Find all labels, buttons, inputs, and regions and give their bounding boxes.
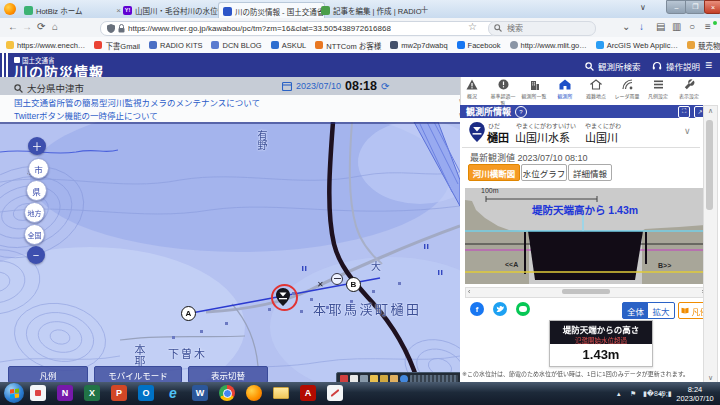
view-zoom-button[interactable]: 拡大 [647, 302, 675, 319]
back-icon[interactable]: ← [8, 21, 18, 32]
taskbar-powerpoint[interactable]: P [111, 385, 127, 401]
download-icon[interactable]: ↓ [639, 21, 644, 32]
tab-yahoo-water-level[interactable]: Y! 山国川・毛谷村川の水位情報 × [119, 2, 224, 18]
search-input[interactable] [505, 23, 579, 34]
tray-volume-icon[interactable]: ◂) [658, 390, 664, 398]
taskbar-onenote[interactable]: N [57, 385, 73, 401]
line-share-button[interactable] [516, 302, 530, 316]
map-zoom-in-button[interactable]: ＋ [28, 137, 46, 155]
panel-scroll-up-arrow[interactable]: ∧ [704, 107, 717, 115]
home-icon[interactable]: ⌂ [52, 21, 58, 32]
bookmark-facebook[interactable]: Facebook [457, 41, 501, 50]
bookmarks-bar: https://www.enech… 下書Gmail RADIO KITS DC… [0, 37, 720, 54]
notice-row-twitter[interactable]: Twitterボタン機能の一時停止について ∨ [0, 109, 474, 124]
bookmark-mw2p[interactable]: mw2p7dwabq [390, 41, 447, 50]
area-search-field[interactable]: 大分県中津市 [14, 81, 84, 95]
fullscreen-icon[interactable]: ⛶ [678, 106, 690, 118]
tray-hidden-icons-arrow[interactable]: ▴ [617, 390, 621, 398]
taskbar-paint[interactable] [327, 385, 343, 401]
display-toggle-button[interactable]: 表示切替 [188, 366, 268, 383]
menu-item-overview[interactable]: 概況 [457, 79, 487, 100]
help-button[interactable]: 操作説明 [652, 60, 700, 72]
search-bar[interactable] [488, 21, 596, 36]
station-search-button[interactable]: 観測所検索 [585, 60, 641, 72]
menu-item-station-active[interactable]: 観測所 [550, 79, 580, 100]
bookmark-mlit[interactable]: http://www.mlit.go… [510, 41, 587, 50]
taskbar-folder[interactable] [273, 385, 289, 401]
tab-details[interactable]: 詳細情報 [568, 164, 612, 181]
station-gauge-marker[interactable] [276, 288, 290, 308]
map-level-city-button[interactable]: 市 [28, 158, 49, 179]
panel-scrollbar[interactable]: ∧ ∨ [703, 105, 718, 384]
taskbar-clock[interactable]: 8:24 2023/07/10 [672, 385, 718, 403]
tab-water-level-graph[interactable]: 水位グラフ [521, 164, 567, 181]
station-collapse-chevron-icon[interactable]: ∨ [684, 126, 691, 136]
tab-hotbiz[interactable]: HotBiz ホーム × [20, 2, 125, 18]
view-full-button[interactable]: 全体 [622, 302, 649, 319]
bookmark-nttcom[interactable]: NTTCom お客様 [315, 40, 381, 51]
panel-scroll-down-arrow[interactable]: ∨ [704, 374, 717, 382]
road-sign-icon [331, 273, 343, 285]
mobile-mode-button[interactable]: モバイルモード [94, 366, 182, 383]
forward-icon[interactable]: → [22, 21, 32, 32]
menu-item-station-list[interactable]: 観測所一覧 [519, 79, 549, 100]
start-button[interactable] [4, 383, 24, 403]
twitter-share-button[interactable] [493, 302, 507, 316]
map-canvas[interactable]: 有野 大 本耶馬渓町樋田 下曽木 本耶 ·310 ✕ A B ＋ 市 県 地方 … [0, 122, 460, 382]
window-maximize-button[interactable]: ❐ [685, 0, 706, 14]
window-minimize-button[interactable]: – [666, 0, 687, 14]
map-level-national-button[interactable]: 全国 [24, 224, 45, 245]
bookmark-gmail[interactable]: 下書Gmail [94, 40, 140, 51]
taskbar-internet-explorer[interactable]: e [165, 385, 181, 401]
pocket-icon[interactable]: ⌄ [622, 21, 630, 32]
window-close-button[interactable]: × [704, 0, 720, 14]
bookmark-keibai[interactable]: 競売物件 [687, 40, 720, 51]
chart-scrollbar[interactable]: ‹ › [465, 287, 707, 298]
firefox-icon[interactable] [4, 3, 16, 15]
sidebar-icon[interactable]: ▥ [672, 21, 681, 32]
menu-item-exceed-list[interactable]: 基準超過一覧 [488, 79, 518, 108]
panel-help-icon[interactable]: ? [515, 106, 527, 118]
taskbar-acrobat[interactable]: A [300, 385, 316, 401]
tray-action-center-flag-icon[interactable]: ⚑ [630, 390, 636, 398]
taskbar-word[interactable]: W [192, 385, 208, 401]
cross-section-chart[interactable]: 100m 堤防天端高から 1.43m <<A B>> [465, 188, 705, 284]
account-icon[interactable]: ○ [689, 21, 695, 32]
taskbar-firefox[interactable] [246, 385, 262, 401]
taskbar-excel[interactable]: X [84, 385, 100, 401]
tab-kawabou-active[interactable]: 川の防災情報 - 国土交通省：川 × [218, 2, 325, 19]
map-zoom-out-button[interactable]: − [27, 246, 45, 264]
bookmark-radio-kits[interactable]: RADIO KITS [149, 41, 203, 50]
panel-scrollbar-thumb[interactable] [706, 120, 713, 210]
menu-item-display-settings[interactable]: 表示設定 [674, 79, 704, 100]
bookmark-dcn-blog[interactable]: DCN BLOG [211, 41, 261, 50]
notice-row-camera-maintenance[interactable]: 国土交通省所管の簡易型河川監視カメラのメンテナンスについて ∨ [0, 95, 474, 110]
bookmark-askul[interactable]: ASKUL [271, 41, 307, 50]
tab-cross-section[interactable]: 河川横断図 [468, 164, 520, 181]
map-legend-button[interactable]: 凡例 [8, 366, 88, 383]
library-icon[interactable]: ▤ [656, 21, 665, 32]
tab-blog-edit[interactable]: 記事を編集 | 作成 | RADIO KI × [317, 2, 422, 18]
facebook-share-button[interactable]: f [470, 302, 484, 316]
menu-item-evacuation[interactable]: 避難地点 [581, 79, 611, 100]
bookmark-arcgis[interactable]: ArcGIS Web Applic… [596, 41, 678, 50]
reload-icon[interactable]: ⟳ [37, 21, 45, 32]
refresh-icon[interactable]: ⟳ [381, 81, 389, 92]
bookmark-star-icon[interactable]: ☆ [468, 21, 477, 32]
taskbar-chrome[interactable] [219, 385, 235, 401]
map-level-prefecture-button[interactable]: 県 [26, 180, 47, 201]
menu-item-radar[interactable]: レーダ雨量 [612, 79, 642, 100]
taskbar-outlook[interactable]: O [138, 385, 154, 401]
line-bubble-icon [519, 306, 527, 312]
map-level-region-button[interactable]: 地方 [24, 202, 45, 223]
menu-item-legend-settings[interactable]: 凡例設定 [643, 79, 673, 100]
new-tab-button[interactable]: ＋ [420, 3, 429, 16]
site-menu-icon[interactable]: ≡ [705, 58, 712, 72]
chart-scrollbar-thumb[interactable] [562, 289, 610, 294]
menu-hamburger-icon[interactable]: ≡ [705, 21, 711, 32]
list-tabs-chevron-icon[interactable]: ∨ [640, 3, 646, 12]
scroll-left-arrow[interactable]: ‹ [468, 288, 470, 295]
url-bar[interactable]: https://www.river.go.jp/kawabou/pc/tm?zm… [100, 21, 497, 36]
bookmark-enech[interactable]: https://www.enech… [6, 41, 85, 50]
taskbar-groupware[interactable] [30, 385, 46, 401]
